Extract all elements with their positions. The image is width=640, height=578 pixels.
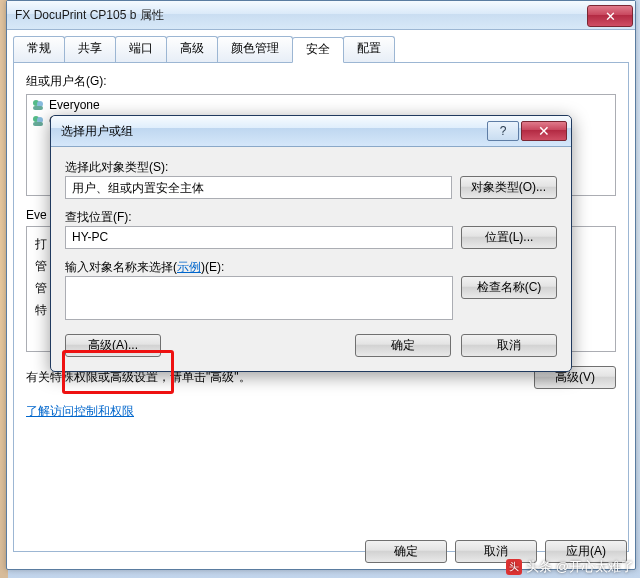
toutiao-logo-icon: 头 [506, 559, 522, 575]
tab-sharing[interactable]: 共享 [64, 36, 116, 62]
window-buttons: ✕ [587, 3, 635, 27]
tab-color[interactable]: 颜色管理 [217, 36, 293, 62]
help-icon: ? [500, 124, 507, 138]
list-item[interactable]: Everyone [31, 97, 611, 113]
object-type-field: 用户、组或内置安全主体 [65, 176, 452, 199]
watermark-prefix: 头条 [526, 558, 552, 576]
ok-button[interactable]: 确定 [365, 540, 447, 563]
dialog-advanced-button[interactable]: 高级(A)... [65, 334, 161, 357]
group-users-label: 组或用户名(G): [26, 73, 616, 90]
tab-security[interactable]: 安全 [292, 37, 344, 63]
dialog-cancel-button[interactable]: 取消 [461, 334, 557, 357]
select-user-dialog: 选择用户或组 ? ✕ 选择此对象类型(S): 用户、组或内置安全主体 对象类型(… [50, 115, 572, 372]
group-icon [31, 114, 45, 128]
tab-advanced[interactable]: 高级 [166, 36, 218, 62]
window-title: FX DocuPrint CP105 b 属性 [15, 7, 164, 24]
object-names-input[interactable] [65, 276, 453, 320]
locations-button[interactable]: 位置(L)... [461, 226, 557, 249]
location-label: 查找位置(F): [65, 209, 557, 226]
examples-link[interactable]: 示例 [177, 260, 201, 274]
object-type-label: 选择此对象类型(S): [65, 159, 557, 176]
dialog-close-button[interactable]: ✕ [521, 121, 567, 141]
dialog-ok-button[interactable]: 确定 [355, 334, 451, 357]
help-button[interactable]: ? [487, 121, 519, 141]
enter-names-label: 输入对象名称来选择(示例)(E): [65, 259, 557, 276]
dialog-titlebar: 选择用户或组 ? ✕ [51, 116, 571, 147]
check-names-button[interactable]: 检查名称(C) [461, 276, 557, 299]
tab-general[interactable]: 常规 [13, 36, 65, 62]
close-icon: ✕ [605, 9, 616, 24]
object-types-button[interactable]: 对象类型(O)... [460, 176, 557, 199]
titlebar: FX DocuPrint CP105 b 属性 ✕ [7, 1, 635, 30]
learn-acl-link[interactable]: 了解访问控制和权限 [26, 404, 134, 418]
watermark: 头 头条 @开心太难了 [506, 558, 634, 576]
location-field: HY-PC [65, 226, 453, 249]
tab-ports[interactable]: 端口 [115, 36, 167, 62]
svg-rect-2 [33, 106, 43, 110]
list-item-label: Everyone [49, 98, 100, 112]
close-button[interactable]: ✕ [587, 5, 633, 27]
svg-rect-5 [33, 122, 43, 126]
tab-config[interactable]: 配置 [343, 36, 395, 62]
group-icon [31, 98, 45, 112]
dialog-title: 选择用户或组 [61, 123, 133, 140]
close-icon: ✕ [538, 123, 550, 139]
watermark-author: @开心太难了 [556, 558, 634, 576]
tab-strip: 常规 共享 端口 高级 颜色管理 安全 配置 [7, 30, 635, 62]
